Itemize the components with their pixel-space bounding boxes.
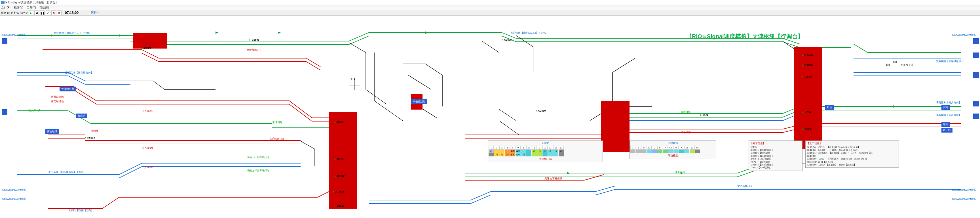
- label-libII: 出入库II线: [142, 146, 153, 150]
- train-g373[interactable]: -G373-: [335, 157, 344, 160]
- label-underground: 天津地下直径线: [544, 177, 562, 181]
- label-jingjin: 京津城际: [272, 121, 282, 124]
- svg-marker-7: [215, 32, 218, 34]
- occ-cell: [500, 150, 504, 153]
- train-c2601[interactable]: -C2601-: [802, 54, 813, 57]
- occ-tj-title: 天津站: [488, 141, 602, 145]
- info-row: -C2537-:【216列编组】: [750, 155, 801, 157]
- refresh-icon[interactable]: ⟳: [57, 11, 62, 15]
- occ-cell: 13: [558, 146, 564, 150]
- occ-cell: 12: [553, 146, 558, 150]
- label-jinbin: 津滨城际: [681, 111, 691, 114]
- tool-icon-3[interactable]: [973, 38, 979, 44]
- occupancy-tjwest[interactable]: 天津西站 1IIIIIIVV67VIIIIXX1112XIII 停稳检查: [630, 141, 716, 159]
- train-c2209[interactable]: -C2209-: [802, 75, 813, 78]
- occ-cell: 到: [505, 153, 510, 156]
- train-k5293[interactable]: -K5293-: [85, 136, 96, 139]
- menu-tools[interactable]: 工具(T): [27, 6, 36, 10]
- occ-cell: V: [652, 146, 657, 150]
- info-right-hdr: 【发车信息】: [807, 142, 897, 145]
- tool-icon-4[interactable]: [973, 53, 979, 58]
- info-row: -C2034-:【158列编组】: [750, 149, 801, 152]
- tool-icon-5[interactable]: [973, 72, 979, 78]
- info-trains[interactable]: 【列车信息】 天津站 -C2034-:【158列编组】-C2618-:【88列编…: [749, 141, 802, 171]
- occ-cell: 9: [537, 146, 542, 150]
- info-row: 07:16:01・0x10053・【正确线】-G313-・【正字】TianJin…: [807, 152, 897, 154]
- train-c2505[interactable]: -C2505-: [250, 38, 260, 41]
- occ-cell: VIII: [668, 146, 673, 150]
- info-left-hdr: 【列车信息】: [750, 142, 801, 145]
- info-row: -C2554-:【160列编组】: [750, 164, 801, 166]
- occ-cell: 6: [521, 146, 526, 150]
- station-tanggu[interactable]: 塘沽: [942, 122, 950, 127]
- train-dc2622[interactable]: DC2622-: [333, 190, 345, 193]
- status-rails: 铁路 18: [1, 11, 10, 15]
- train-z172[interactable]: -Z172-: [700, 114, 710, 116]
- train-c2555[interactable]: -C2555-: [802, 64, 813, 67]
- occ-cell: [558, 153, 564, 156]
- svg-rect-2: [601, 101, 630, 152]
- menu-view[interactable]: 视图(V): [14, 6, 23, 10]
- occ-cell: 客车: [515, 150, 520, 153]
- train-c2603[interactable]: -C2603-: [502, 38, 513, 41]
- occ-cell: 到: [521, 153, 526, 156]
- occ-cell: [542, 153, 547, 156]
- station-airport[interactable]: 机场: [825, 105, 834, 110]
- status-trains: 列车 62: [11, 11, 19, 15]
- occ-cell: 出: [553, 150, 558, 153]
- pause-icon[interactable]: ❚❚: [40, 11, 45, 15]
- station-nancang[interactable]: 南仓站场: [45, 129, 59, 134]
- track-canvas[interactable]: 天津动车所 曹庄站 南仓站场 南仓编组站 机场 滨海 塘沽 西子线 京沪铁路【廊…: [0, 16, 980, 218]
- occ-cell: 出: [532, 150, 537, 153]
- label-hs-down: 京沪高铁(下): [737, 184, 752, 188]
- occ-cell: 出: [488, 150, 494, 153]
- occ-cell: [488, 153, 494, 156]
- occ-cell: [679, 150, 684, 153]
- train-g922[interactable]: -G922-: [802, 128, 812, 131]
- train-k214[interactable]: -K214-: [802, 111, 812, 114]
- occ-cell: 出: [558, 150, 564, 153]
- tool-icon-6[interactable]: [973, 101, 979, 106]
- occ-cell: [526, 150, 531, 153]
- svg-rect-3: [794, 47, 822, 149]
- occupancy-tianjin[interactable]: 天津站 1234IIV6VII89X111213 出客车客车出出出出出出 到到到…: [488, 141, 603, 162]
- train-g203[interactable]: -G203-: [335, 121, 344, 123]
- svg-marker-6: [119, 34, 122, 37]
- occ-cell: [646, 150, 652, 153]
- train-c2620[interactable]: -C2620-: [335, 204, 345, 207]
- train-c2510[interactable]: -C2510-: [536, 109, 547, 112]
- edge-lt: RIO≒Signal调度模拟: [2, 33, 26, 37]
- play-icon[interactable]: ▶: [29, 11, 33, 15]
- edge-lb2: RIO≒Signal调度模拟: [2, 197, 26, 201]
- occ-cell: [548, 153, 553, 156]
- train-g8912[interactable]: -G8912-: [335, 175, 345, 177]
- station-south-conn[interactable]: 南仓编组站: [411, 99, 427, 104]
- info-depart[interactable]: 【发车信息】 07:15:36・-Z172-・【正点运】TianJinBei【正…: [805, 141, 899, 168]
- info-row: -K978-:【180列编组】: [750, 161, 801, 164]
- station-depot[interactable]: 天津动车所: [60, 87, 76, 91]
- menu-file[interactable]: 文件(F): [1, 6, 11, 10]
- occ-cell: 12: [690, 146, 695, 150]
- svg-rect-1: [329, 112, 357, 208]
- back-icon[interactable]: ◀: [34, 11, 39, 15]
- train-c2552[interactable]: -C2552-: [142, 47, 153, 50]
- compass-n: 北: [350, 77, 352, 81]
- occ-cell: [521, 150, 526, 153]
- tool-icon-7[interactable]: [973, 114, 979, 119]
- check-icon[interactable]: ✔: [46, 11, 50, 15]
- menu-help[interactable]: 帮助(H): [40, 6, 49, 10]
- menubar: 文件(F) 视图(V) 工具(T) 帮助(H): [0, 5, 980, 10]
- station-xi[interactable]: 西子线: [942, 128, 953, 133]
- x-icon[interactable]: ✖: [51, 11, 56, 15]
- occ-tjw-title: 天津西站: [630, 141, 716, 145]
- tool-icon-1[interactable]: [2, 38, 7, 44]
- tool-icon-2[interactable]: [2, 109, 7, 115]
- station-binhai[interactable]: 滨海: [942, 105, 950, 110]
- occ-cell: [684, 150, 689, 153]
- app-window: RIO≒Signal调度模拟 天津枢纽【行调台】 文件(F) 视图(V) 工具(…: [0, 0, 980, 218]
- occ-cell: 11: [684, 146, 689, 150]
- occ-cell: V: [515, 146, 520, 150]
- toolbar: 铁路 18 列车 62 信号 0 ▶ ◀ ❚❚ ✔ ✖ ⟳ 07:18:00 运…: [0, 10, 980, 16]
- station-caozhuang[interactable]: 曹庄站: [76, 114, 87, 119]
- svg-rect-0: [133, 33, 167, 48]
